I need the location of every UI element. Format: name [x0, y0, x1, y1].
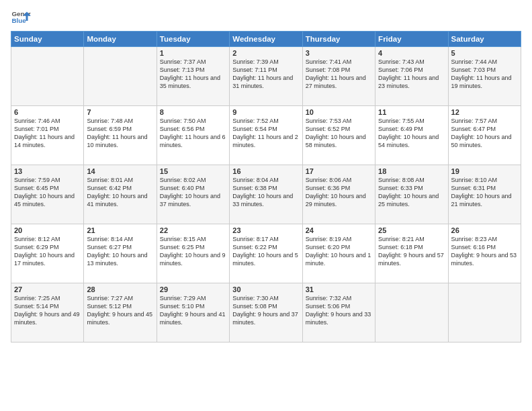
day-info: Sunrise: 7:46 AM Sunset: 7:01 PM Dayligh… [14, 117, 81, 150]
day-number: 22 [160, 226, 226, 234]
weekday-header: Tuesday [157, 32, 229, 47]
day-info: Sunrise: 7:29 AM Sunset: 5:10 PM Dayligh… [160, 294, 226, 327]
day-info: Sunrise: 8:04 AM Sunset: 6:38 PM Dayligh… [232, 176, 299, 209]
day-info: Sunrise: 7:39 AM Sunset: 7:11 PM Dayligh… [232, 58, 299, 91]
calendar-cell: 10Sunrise: 7:53 AM Sunset: 6:52 PM Dayli… [302, 106, 375, 165]
weekday-header: Saturday [448, 32, 521, 47]
day-number: 14 [87, 167, 153, 175]
calendar-cell: 12Sunrise: 7:57 AM Sunset: 6:47 PM Dayli… [448, 106, 521, 165]
day-number: 6 [14, 108, 81, 116]
day-info: Sunrise: 8:08 AM Sunset: 6:33 PM Dayligh… [378, 176, 445, 209]
calendar-cell: 17Sunrise: 8:06 AM Sunset: 6:36 PM Dayli… [302, 165, 375, 224]
calendar-cell: 25Sunrise: 8:21 AM Sunset: 6:18 PM Dayli… [375, 224, 448, 283]
day-number: 9 [232, 108, 299, 116]
day-info: Sunrise: 8:02 AM Sunset: 6:40 PM Dayligh… [160, 176, 226, 209]
day-number: 20 [14, 226, 81, 234]
day-number: 5 [451, 49, 518, 57]
day-number: 11 [378, 108, 445, 116]
weekday-header: Monday [84, 32, 157, 47]
day-number: 16 [232, 167, 299, 175]
day-number: 21 [87, 226, 153, 234]
day-info: Sunrise: 8:21 AM Sunset: 6:18 PM Dayligh… [378, 235, 445, 268]
day-number: 17 [306, 167, 372, 175]
day-number: 23 [232, 226, 299, 234]
day-info: Sunrise: 8:23 AM Sunset: 6:16 PM Dayligh… [451, 235, 518, 268]
day-info: Sunrise: 7:55 AM Sunset: 6:49 PM Dayligh… [378, 117, 445, 150]
day-info: Sunrise: 8:06 AM Sunset: 6:36 PM Dayligh… [306, 176, 372, 209]
calendar-cell: 26Sunrise: 8:23 AM Sunset: 6:16 PM Dayli… [448, 224, 521, 283]
day-info: Sunrise: 7:27 AM Sunset: 5:12 PM Dayligh… [87, 294, 153, 327]
day-number: 3 [306, 49, 372, 57]
day-info: Sunrise: 7:44 AM Sunset: 7:03 PM Dayligh… [451, 58, 518, 91]
svg-text:Blue: Blue [12, 17, 27, 24]
day-info: Sunrise: 8:01 AM Sunset: 6:42 PM Dayligh… [87, 176, 153, 209]
day-number: 7 [87, 108, 153, 116]
day-number: 13 [14, 167, 81, 175]
day-number: 18 [378, 167, 445, 175]
calendar-cell: 7Sunrise: 7:48 AM Sunset: 6:59 PM Daylig… [84, 106, 157, 165]
day-info: Sunrise: 7:50 AM Sunset: 6:56 PM Dayligh… [160, 117, 226, 150]
weekday-header: Friday [375, 32, 448, 47]
logo: General Blue [11, 7, 34, 27]
calendar-cell [375, 283, 448, 342]
calendar-cell: 23Sunrise: 8:17 AM Sunset: 6:22 PM Dayli… [230, 224, 302, 283]
day-number: 12 [451, 108, 518, 116]
logo-icon: General Blue [11, 7, 31, 27]
calendar-cell: 13Sunrise: 7:59 AM Sunset: 6:45 PM Dayli… [11, 165, 84, 224]
calendar-cell: 20Sunrise: 8:12 AM Sunset: 6:29 PM Dayli… [11, 224, 84, 283]
calendar-week-row: 27Sunrise: 7:25 AM Sunset: 5:14 PM Dayli… [11, 283, 521, 342]
calendar-table: SundayMondayTuesdayWednesdayThursdayFrid… [11, 31, 521, 342]
calendar-week-row: 20Sunrise: 8:12 AM Sunset: 6:29 PM Dayli… [11, 224, 521, 283]
calendar-cell: 3Sunrise: 7:41 AM Sunset: 7:08 PM Daylig… [302, 47, 375, 106]
weekday-header: Thursday [302, 32, 375, 47]
day-info: Sunrise: 7:57 AM Sunset: 6:47 PM Dayligh… [451, 117, 518, 150]
day-info: Sunrise: 8:17 AM Sunset: 6:22 PM Dayligh… [232, 235, 299, 268]
day-number: 4 [378, 49, 445, 57]
day-number: 26 [451, 226, 518, 234]
calendar-cell: 8Sunrise: 7:50 AM Sunset: 6:56 PM Daylig… [157, 106, 229, 165]
calendar-header: SundayMondayTuesdayWednesdayThursdayFrid… [11, 32, 521, 47]
weekday-header: Wednesday [230, 32, 302, 47]
day-number: 1 [160, 49, 226, 57]
day-info: Sunrise: 8:15 AM Sunset: 6:25 PM Dayligh… [160, 235, 226, 268]
day-info: Sunrise: 7:48 AM Sunset: 6:59 PM Dayligh… [87, 117, 153, 150]
day-info: Sunrise: 7:25 AM Sunset: 5:14 PM Dayligh… [14, 294, 81, 327]
calendar-cell: 11Sunrise: 7:55 AM Sunset: 6:49 PM Dayli… [375, 106, 448, 165]
day-info: Sunrise: 7:41 AM Sunset: 7:08 PM Dayligh… [306, 58, 372, 91]
calendar-cell: 1Sunrise: 7:37 AM Sunset: 7:13 PM Daylig… [157, 47, 229, 106]
calendar-cell: 16Sunrise: 8:04 AM Sunset: 6:38 PM Dayli… [230, 165, 302, 224]
day-info: Sunrise: 8:14 AM Sunset: 6:27 PM Dayligh… [87, 235, 153, 268]
calendar-cell: 2Sunrise: 7:39 AM Sunset: 7:11 PM Daylig… [230, 47, 302, 106]
calendar-cell: 28Sunrise: 7:27 AM Sunset: 5:12 PM Dayli… [84, 283, 157, 342]
day-number: 30 [232, 285, 299, 293]
day-info: Sunrise: 8:19 AM Sunset: 6:20 PM Dayligh… [306, 235, 372, 268]
day-number: 31 [306, 285, 372, 293]
day-number: 8 [160, 108, 226, 116]
calendar-cell: 31Sunrise: 7:32 AM Sunset: 5:06 PM Dayli… [302, 283, 375, 342]
calendar-cell: 24Sunrise: 8:19 AM Sunset: 6:20 PM Dayli… [302, 224, 375, 283]
calendar-week-row: 1Sunrise: 7:37 AM Sunset: 7:13 PM Daylig… [11, 47, 521, 106]
calendar-cell: 29Sunrise: 7:29 AM Sunset: 5:10 PM Dayli… [157, 283, 229, 342]
day-number: 25 [378, 226, 445, 234]
day-info: Sunrise: 7:59 AM Sunset: 6:45 PM Dayligh… [14, 176, 81, 209]
calendar-cell: 30Sunrise: 7:30 AM Sunset: 5:08 PM Dayli… [230, 283, 302, 342]
day-info: Sunrise: 7:43 AM Sunset: 7:06 PM Dayligh… [378, 58, 445, 91]
weekday-header: Sunday [11, 32, 84, 47]
calendar-cell: 18Sunrise: 8:08 AM Sunset: 6:33 PM Dayli… [375, 165, 448, 224]
day-info: Sunrise: 7:37 AM Sunset: 7:13 PM Dayligh… [160, 58, 226, 91]
calendar-cell: 14Sunrise: 8:01 AM Sunset: 6:42 PM Dayli… [84, 165, 157, 224]
calendar-week-row: 6Sunrise: 7:46 AM Sunset: 7:01 PM Daylig… [11, 106, 521, 165]
calendar-cell: 6Sunrise: 7:46 AM Sunset: 7:01 PM Daylig… [11, 106, 84, 165]
day-info: Sunrise: 7:32 AM Sunset: 5:06 PM Dayligh… [306, 294, 372, 327]
day-number: 29 [160, 285, 226, 293]
calendar-cell [11, 47, 84, 106]
day-info: Sunrise: 8:10 AM Sunset: 6:31 PM Dayligh… [451, 176, 518, 209]
calendar-week-row: 13Sunrise: 7:59 AM Sunset: 6:45 PM Dayli… [11, 165, 521, 224]
day-number: 24 [306, 226, 372, 234]
day-number: 28 [87, 285, 153, 293]
day-info: Sunrise: 8:12 AM Sunset: 6:29 PM Dayligh… [14, 235, 81, 268]
calendar-cell: 21Sunrise: 8:14 AM Sunset: 6:27 PM Dayli… [84, 224, 157, 283]
day-info: Sunrise: 7:52 AM Sunset: 6:54 PM Dayligh… [232, 117, 299, 150]
day-info: Sunrise: 7:53 AM Sunset: 6:52 PM Dayligh… [306, 117, 372, 150]
calendar-cell: 9Sunrise: 7:52 AM Sunset: 6:54 PM Daylig… [230, 106, 302, 165]
